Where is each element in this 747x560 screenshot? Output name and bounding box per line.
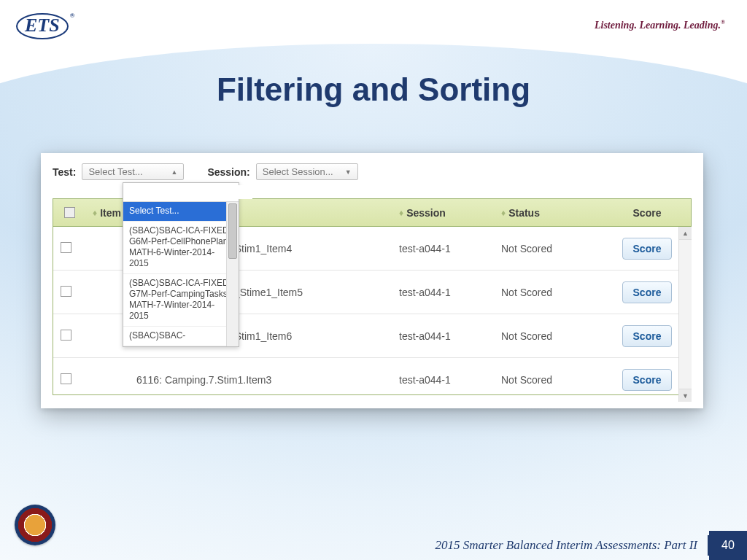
filter-row: Test: Select Test... ▲ Session: Select S… — [53, 163, 692, 180]
row-checkbox[interactable] — [61, 373, 71, 384]
chevron-up-icon: ▲ — [171, 168, 178, 176]
score-button[interactable]: Score — [622, 238, 673, 260]
cell-session: test-a044-1 — [392, 243, 494, 254]
dropdown-item[interactable]: (SBAC)SBAC-ICA-FIXED-G6M-Perf-CellPhoneP… — [123, 222, 239, 274]
test-dropdown: Select Test... (SBAC)SBAC-ICA-FIXED-G6M-… — [123, 182, 239, 347]
header-checkbox-cell — [53, 199, 85, 226]
dropdown-scrollbar[interactable] — [226, 202, 239, 346]
cell-session: test-a044-1 — [392, 374, 494, 386]
cell-status: Not Scored — [494, 287, 603, 298]
row-checkbox[interactable] — [61, 330, 71, 341]
header-item-label: Item — [100, 207, 121, 219]
header-status-label: Status — [508, 207, 540, 219]
slide-footer: 2015 Smarter Balanced Interim Assessment… — [0, 531, 747, 560]
sort-icon: ♦ — [93, 208, 96, 218]
cell-status: Not Scored — [494, 243, 603, 254]
table-row: 6116: Camping.7.Stim1.Item3 test-a044-1 … — [53, 358, 691, 402]
screenshot-panel: Test: Select Test... ▲ Session: Select S… — [41, 153, 703, 408]
slide-title: Filtering and Sorting — [0, 71, 747, 108]
select-all-checkbox[interactable] — [64, 207, 75, 218]
page-number: 40 — [709, 531, 747, 560]
ets-logo: ETS® — [16, 13, 73, 39]
row-checkbox[interactable] — [61, 242, 71, 253]
test-label: Test: — [53, 166, 76, 178]
cell-status: Not Scored — [494, 330, 603, 342]
cell-item: 6116: Camping.7.Stim1.Item3 — [85, 374, 392, 386]
table-scrollbar[interactable]: ▲ ▼ — [678, 227, 692, 402]
dropdown-search-input[interactable] — [127, 185, 252, 199]
header-score-label: Score — [633, 207, 662, 219]
test-select[interactable]: Select Test... ▲ — [82, 163, 184, 180]
scroll-up-icon[interactable]: ▲ — [679, 227, 692, 240]
session-select[interactable]: Select Session... ▼ — [256, 163, 358, 180]
session-select-value: Select Session... — [263, 166, 333, 177]
score-button[interactable]: Score — [622, 369, 673, 391]
brand-tagline: Listening. Learning. Leading.® — [595, 19, 725, 31]
sort-icon: ♦ — [399, 208, 402, 218]
dropdown-list: Select Test... (SBAC)SBAC-ICA-FIXED-G6M-… — [123, 202, 239, 346]
sort-icon: ♦ — [501, 208, 504, 218]
cell-session: test-a044-1 — [392, 287, 494, 298]
dropdown-item[interactable]: Select Test... — [123, 202, 239, 222]
session-label: Session: — [207, 166, 249, 178]
row-checkbox[interactable] — [61, 286, 71, 297]
header-status[interactable]: ♦ Status — [494, 199, 603, 226]
registered-mark: ® — [70, 12, 75, 19]
cell-status: Not Scored — [494, 374, 603, 386]
dropdown-item[interactable]: (SBAC)SBAC-ICA-FIXED-G7M-Perf-CampingTas… — [123, 274, 239, 327]
dropdown-search — [123, 183, 239, 202]
dropdown-item[interactable]: (SBAC)SBAC- — [123, 327, 239, 346]
score-button[interactable]: Score — [622, 281, 673, 303]
header-score: Score — [603, 199, 691, 226]
header-session-label: Session — [406, 207, 446, 219]
footer-text: 2015 Smarter Balanced Interim Assessment… — [436, 538, 708, 553]
ets-logo-text: ETS — [16, 13, 69, 39]
scrollbar-thumb[interactable] — [228, 203, 237, 259]
cell-session: test-a044-1 — [392, 330, 494, 342]
tagline-text: Listening. Learning. Leading. — [595, 20, 721, 31]
scroll-down-icon[interactable]: ▼ — [679, 389, 692, 402]
chevron-down-icon: ▼ — [345, 168, 352, 176]
score-button[interactable]: Score — [622, 325, 673, 347]
test-select-value: Select Test... — [88, 166, 142, 177]
header-session[interactable]: ♦ Session — [392, 199, 494, 226]
